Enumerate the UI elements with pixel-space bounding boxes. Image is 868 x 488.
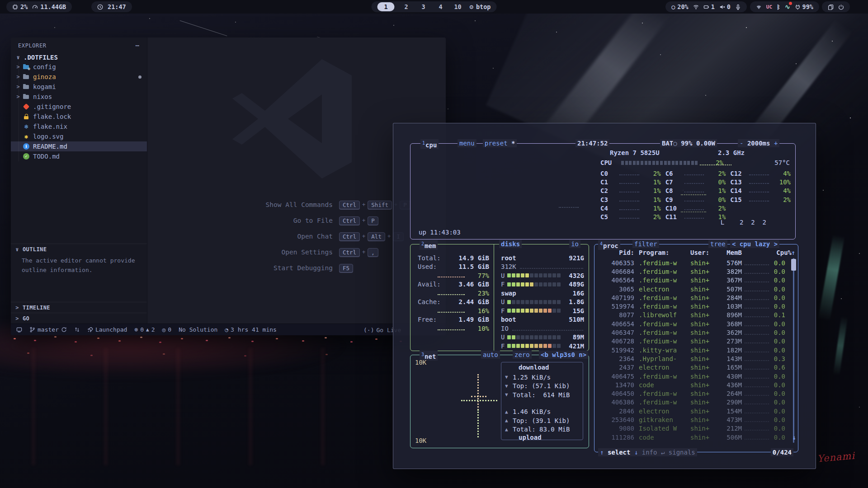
workspace-switcher: 1 2 3 4 10 xyxy=(377,2,463,11)
explorer-file-item[interactable]: > config xyxy=(11,62,147,72)
wifi-icon[interactable] xyxy=(693,4,699,10)
microphone-icon[interactable] xyxy=(735,4,741,10)
process-row[interactable]: 406347 .ferdium-w shin+ 362M 0.0 xyxy=(594,328,798,337)
workspace-button[interactable]: 2 xyxy=(401,2,412,11)
explorer-file-item[interactable]: > kogami xyxy=(11,82,147,92)
file-type-icon xyxy=(23,113,30,120)
explorer-file-item[interactable]: > ginoza xyxy=(11,72,147,82)
process-row[interactable]: 406728 .ferdium-w shin+ 273M 0.0 xyxy=(594,337,798,346)
update-interval-control[interactable]: - 2000ms + xyxy=(738,139,779,147)
active-window-indicator[interactable]: ⚙ btop xyxy=(470,3,491,10)
process-scrollbar-track[interactable] xyxy=(793,258,794,443)
uptime-label: up 11:43:03 xyxy=(419,229,461,236)
explorer-file-item[interactable]: TODO.md xyxy=(11,151,147,161)
select-button[interactable]: select xyxy=(608,449,631,456)
explorer-file-item[interactable]: > nixos xyxy=(11,92,147,102)
git-branch-indicator[interactable]: master xyxy=(29,326,67,333)
clipboard-icon[interactable] xyxy=(828,4,834,10)
process-row[interactable]: 406353 .ferdium-w shin+ 576M 0.0 xyxy=(594,258,798,267)
process-cpu-graph xyxy=(745,334,769,335)
process-row[interactable]: 2846 electron shin+ 154M 0.0 xyxy=(594,407,798,415)
process-row[interactable]: 13470 code shin+ 436M 0.0 xyxy=(594,380,798,389)
explorer-file-item[interactable]: flake.lock xyxy=(11,112,147,122)
network-box[interactable]: 3net auto zero <b wlp3s0 n> 10K 10K down… xyxy=(410,355,589,448)
solution-indicator[interactable]: No Solution xyxy=(179,326,217,333)
process-scrollbar-thumb[interactable] xyxy=(791,259,796,271)
git-sync-indicator[interactable] xyxy=(74,327,80,333)
info-button[interactable]: info xyxy=(642,449,657,456)
memory-box[interactable]: 2mem disks io Total: 14.9 GiB Used: 11.5… xyxy=(410,244,589,351)
workspace-button[interactable]: 10 xyxy=(453,2,463,11)
menu-button[interactable]: menu xyxy=(458,139,476,147)
chevron-right-icon: > xyxy=(14,315,20,322)
kbd-battery-indicator[interactable]: 1 xyxy=(703,3,715,10)
process-row[interactable]: 406684 .ferdium-w shin+ 382M 0.0 xyxy=(594,267,798,276)
process-box[interactable]: 4proc filter tree < cpu lazy > Pid: Prog… xyxy=(594,244,798,452)
process-row[interactable]: 406475 .ferdium-w shin+ 430M 0.0 xyxy=(594,372,798,380)
ports-indicator[interactable]: ◎ 0 xyxy=(162,326,172,333)
preset-button[interactable]: preset * xyxy=(483,139,517,147)
warning-icon: ▲ xyxy=(146,327,149,333)
process-columns-header[interactable]: Pid: Program: User: MemB Cpu% ↑ xyxy=(594,249,798,256)
process-row[interactable]: 406564 .ferdium-w shin+ 367M 0.0 xyxy=(594,276,798,285)
sort-selector[interactable]: < cpu lazy > xyxy=(730,240,779,248)
net-auto-button[interactable]: auto xyxy=(481,351,500,359)
process-row[interactable]: 8077 .librewolf shin+ 896M 0.1 xyxy=(594,311,798,319)
process-row[interactable]: 3065 electron shin+ 507M 0.0 xyxy=(594,285,798,293)
power-icon[interactable] xyxy=(838,4,844,10)
cpu-core-row: C12 4% xyxy=(730,169,791,178)
file-name: logo.svg xyxy=(33,133,63,140)
bluetooth-icon[interactable]: ᛒ xyxy=(777,4,780,10)
process-row[interactable]: 519942 .kitty-wra shin+ 182M 0.0 xyxy=(594,346,798,354)
brightness-indicator[interactable]: ○ 20% xyxy=(671,3,689,10)
go-header[interactable]: > GO xyxy=(11,313,147,324)
explorer-file-item[interactable]: flake.nix xyxy=(11,122,147,131)
net-zero-button[interactable]: zero xyxy=(513,351,532,359)
workspace-button[interactable]: 3 xyxy=(418,2,429,11)
clock-pill[interactable]: 21:47 xyxy=(91,1,132,12)
scroll-down-icon[interactable]: ↓ xyxy=(793,434,796,441)
process-row[interactable]: 2437 electron shin+ 165M 0.6 xyxy=(594,363,798,372)
network-tray-icon[interactable] xyxy=(756,4,762,10)
process-row[interactable]: 406386 .ferdium-w shin+ 290M 0.0 xyxy=(594,398,798,407)
cpu-temperature: 57°C xyxy=(774,159,790,166)
process-row[interactable]: 111286 code shin+ 506M 0.0 xyxy=(594,433,798,441)
workspace-root-folder[interactable]: ∨ .DOTFILES xyxy=(11,53,147,62)
timeline-section: > TIMELINE xyxy=(11,302,147,313)
signals-button[interactable]: signals xyxy=(669,449,695,456)
cpu-box[interactable]: 1cpu menu preset * 21:47:52 BAT○ 99% 0.0… xyxy=(410,143,796,239)
process-row[interactable]: 253640 gitkraken shin+ 473M 0.0 xyxy=(594,415,798,424)
explorer-file-item[interactable]: logo.svg xyxy=(11,131,147,141)
explorer-file-item[interactable]: README.md xyxy=(11,141,147,151)
net-interface-selector[interactable]: <b wlp3s0 n> xyxy=(539,351,588,359)
session-time-indicator[interactable]: ◔ 3 hrs 41 mins xyxy=(225,326,277,333)
workspace-button[interactable]: 1 xyxy=(377,2,395,11)
direction-arrow-icon: ▲ xyxy=(505,409,513,415)
remote-indicator[interactable] xyxy=(16,327,22,333)
process-row[interactable]: 519974 .ferdium-w shin+ 103M 0.0 xyxy=(594,302,798,310)
workspace-button[interactable]: 4 xyxy=(435,2,446,11)
core-percent: 1% xyxy=(643,196,661,203)
clock-icon: ◔ xyxy=(225,326,228,333)
cpu-box-title[interactable]: 1cpu xyxy=(420,139,439,149)
proc-box-title[interactable]: 4proc xyxy=(598,240,620,250)
battery-indicator[interactable]: 99% xyxy=(795,3,813,10)
system-stats-pill[interactable]: 2% 11.44GB xyxy=(6,1,72,12)
process-row[interactable]: 9080 Isolated W shin+ 212M 0.0 xyxy=(594,424,798,433)
notification-wave-icon[interactable]: ∿ xyxy=(785,3,790,10)
launchpad-button[interactable]: Launchpad xyxy=(87,326,127,333)
process-row[interactable]: 407199 .ferdium-w shin+ 284M 0.0 xyxy=(594,293,798,302)
volume-indicator[interactable]: 0 xyxy=(719,3,731,10)
timeline-header[interactable]: > TIMELINE xyxy=(11,302,147,313)
core-percent: 0% xyxy=(708,178,726,186)
process-row[interactable]: 406450 .ferdium-w shin+ 264M 0.0 xyxy=(594,389,798,398)
problems-indicator[interactable]: ⊗ 0 ▲ 2 xyxy=(134,326,155,333)
filter-button[interactable]: filter xyxy=(632,240,659,248)
views-menu-icon[interactable]: ⋯ xyxy=(135,42,140,50)
process-row[interactable]: 406654 .ferdium-w shin+ 368M 0.0 xyxy=(594,319,798,328)
tree-button[interactable]: tree xyxy=(708,240,727,248)
explorer-file-item[interactable]: .gitignore xyxy=(11,102,147,112)
process-row[interactable]: 2364 .Hyprland- shin+ 143M 0.3 xyxy=(594,354,798,363)
keyboard-layout-icon[interactable]: UC xyxy=(766,4,772,10)
outline-header[interactable]: ∨ OUTLINE xyxy=(11,244,147,255)
